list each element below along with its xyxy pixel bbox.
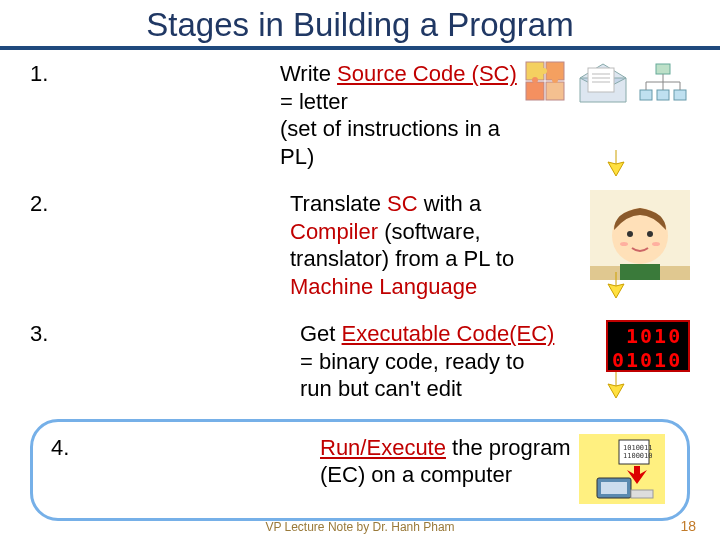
title-bar: Stages in Building a Program <box>0 0 720 50</box>
text-frag: with a <box>418 191 482 216</box>
slide-title: Stages in Building a Program <box>0 6 720 44</box>
keyword-run-execute: Run/Execute <box>320 435 446 460</box>
stage-4-image: 1010011 1100010 <box>579 434 669 508</box>
stage-1: 1. Write Source Code (SC) = letter (set … <box>30 60 690 170</box>
page-number: 18 <box>680 518 696 534</box>
svg-point-5 <box>552 77 558 83</box>
keyword-compiler: Compiler <box>290 219 378 244</box>
svg-rect-16 <box>674 90 686 100</box>
arrow-down-icon <box>600 370 632 400</box>
svg-rect-15 <box>657 90 669 100</box>
stage-3-image: 1010 01010 <box>560 320 690 372</box>
stage-2-text: Translate SC with a Compiler (software, … <box>290 190 540 300</box>
svg-rect-13 <box>656 64 670 74</box>
svg-text:1100010: 1100010 <box>623 452 653 460</box>
list-number: 3. <box>30 320 300 348</box>
binary-icon: 1010 01010 <box>606 320 690 372</box>
text-frag: Get <box>300 321 342 346</box>
keyword-executable-code: Executable Code(EC) <box>342 321 555 346</box>
keyword-machine-language: Machine Language <box>290 274 477 299</box>
svg-rect-35 <box>601 482 627 494</box>
svg-point-27 <box>620 242 628 246</box>
footer-note: VP Lecture Note by Dr. Hanh Pham <box>0 520 720 534</box>
keyword-sc: SC <box>387 191 418 216</box>
list-number: 2. <box>30 190 290 218</box>
list-number: 1. <box>30 60 280 88</box>
svg-rect-3 <box>546 82 564 100</box>
text-frag: Translate <box>290 191 387 216</box>
svg-point-4 <box>541 68 547 74</box>
stage-4-box: 4. Run/Execute the program (EC) on a com… <box>30 419 690 521</box>
text-frag: = binary code, ready to run but can't ed… <box>300 349 524 402</box>
stage-4-text: Run/Execute the program (EC) on a comput… <box>320 434 579 489</box>
svg-rect-36 <box>631 490 653 498</box>
svg-rect-14 <box>640 90 652 100</box>
text-frag: (set of instructions in a PL) <box>280 116 500 169</box>
computer-run-icon: 1010011 1100010 <box>579 434 665 504</box>
text-frag: = letter <box>280 89 348 114</box>
svg-rect-9 <box>588 68 614 92</box>
svg-point-25 <box>627 231 633 237</box>
keyword-source-code: Source Code (SC) <box>337 61 517 86</box>
svg-text:1010011: 1010011 <box>623 444 653 452</box>
orgchart-icon <box>636 60 690 110</box>
list-number: 4. <box>51 434 320 462</box>
arrow-down-icon <box>600 148 632 178</box>
svg-rect-2 <box>526 82 544 100</box>
stage-3-text: Get Executable Code(EC) = binary code, r… <box>300 320 560 403</box>
arrow-down-icon <box>600 270 632 300</box>
stage-1-images <box>520 60 690 110</box>
binary-line: 1010 <box>612 324 684 348</box>
stage-3: 3. Get Executable Code(EC) = binary code… <box>30 320 690 403</box>
binary-line: 01010 <box>612 348 684 372</box>
envelope-icon <box>576 60 630 110</box>
svg-point-26 <box>647 231 653 237</box>
stage-2: 2. Translate SC with a Compiler (softwar… <box>30 190 690 300</box>
text-frag: Write <box>280 61 337 86</box>
svg-point-28 <box>652 242 660 246</box>
svg-point-6 <box>532 77 538 83</box>
stage-1-text: Write Source Code (SC) = letter (set of … <box>280 60 520 170</box>
puzzle-icon <box>524 60 570 110</box>
